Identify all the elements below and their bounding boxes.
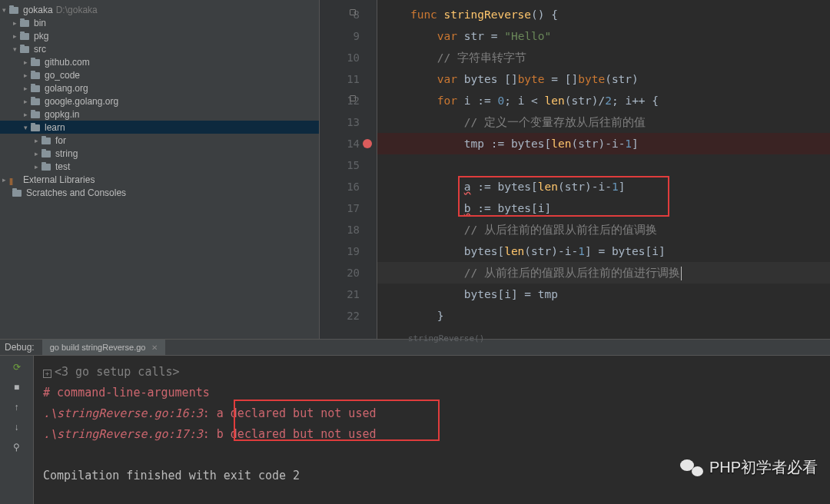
chevron-icon[interactable]: ▸	[22, 111, 29, 118]
chevron-icon[interactable]: ▸	[11, 32, 18, 40]
code-line-21[interactable]: bytes[i] = tmp	[377, 284, 830, 305]
external-libraries[interactable]: ▸ External Libraries	[0, 173, 319, 186]
rerun-icon[interactable]: ⟳	[10, 360, 24, 374]
console-line[interactable]: # command-line-arguments	[43, 383, 821, 403]
debug-tab[interactable]: go build stringReverse.go ✕	[42, 340, 166, 355]
folder-icon	[31, 58, 42, 67]
debug-tab-label: go build stringReverse.go	[50, 343, 146, 352]
expand-icon[interactable]: +	[43, 370, 51, 378]
console-line[interactable]: .\stringReverse.go:17:3: b declared but …	[43, 424, 821, 445]
watermark-text: PHP初学者必看	[709, 457, 818, 478]
code-line-11[interactable]: var bytes []byte = []byte(str)	[377, 68, 830, 90]
code-line-13[interactable]: // 定义一个变量存放从后往前的值	[377, 111, 830, 133]
gutter[interactable]: 8910111213141516171819202122	[320, 0, 377, 339]
code-editor[interactable]: 8910111213141516171819202122 func string…	[320, 0, 830, 339]
folder-icon	[9, 5, 20, 15]
code-line-9[interactable]: var str = "Hello"	[377, 25, 830, 47]
tree-item-bin[interactable]: ▸bin	[0, 16, 319, 29]
tree-item-google-golang-org[interactable]: ▸google.golang.org	[0, 94, 319, 108]
library-icon	[9, 175, 20, 184]
chevron-icon[interactable]: ▾	[11, 45, 18, 53]
down-icon[interactable]: ↓	[10, 420, 24, 434]
folder-icon	[20, 18, 31, 28]
code-line-8[interactable]: func stringReverse() {	[377, 4, 830, 25]
tree-root[interactable]: ▾ gokaka D:\gokaka	[0, 3, 319, 16]
chevron-down-icon[interactable]: ▾	[0, 6, 8, 14]
tree-item-test[interactable]: ▸test	[0, 160, 319, 173]
wechat-icon	[680, 458, 703, 478]
tree-item-pkg[interactable]: ▸pkg	[0, 29, 319, 42]
debug-toolbar: ⟳ ■ ↑ ↓ ⚲	[0, 356, 34, 504]
tree-item-for[interactable]: ▸for	[0, 134, 319, 147]
console-line[interactable]: +<3 go setup calls>	[43, 362, 821, 383]
folder-icon	[31, 84, 42, 93]
code-line-12[interactable]: for i := 0; i < len(str)/2; i++ {	[377, 90, 830, 111]
project-name: gokaka	[23, 5, 53, 15]
stop-icon[interactable]: ■	[10, 380, 24, 394]
chevron-icon[interactable]: ▸	[11, 19, 18, 27]
pin-icon[interactable]: ⚲	[10, 440, 24, 454]
tree-item-learn[interactable]: ▾learn	[0, 121, 319, 134]
folder-icon	[31, 97, 42, 106]
code-line-22[interactable]: }	[377, 305, 830, 327]
code-line-15[interactable]	[377, 154, 830, 176]
code-line-20[interactable]: // 从前往后的值跟从后往前的值进行调换	[377, 262, 830, 284]
tree-item-string[interactable]: ▸string	[0, 147, 319, 160]
tree-item-go_code[interactable]: ▸go_code	[0, 68, 319, 81]
code-line-14[interactable]: tmp := bytes[len(str)-i-1]	[377, 133, 830, 154]
folder-icon	[12, 188, 23, 197]
chevron-icon[interactable]: ▸	[22, 98, 29, 105]
code-line-19[interactable]: bytes[len(str)-i-1] = bytes[i]	[377, 240, 830, 262]
tree-item-github-com[interactable]: ▸github.com	[0, 55, 319, 68]
folder-icon	[42, 149, 52, 158]
folder-icon	[42, 162, 52, 171]
chevron-icon[interactable]: ▸	[22, 85, 29, 92]
folder-icon	[42, 136, 52, 145]
debug-console[interactable]: +<3 go setup calls># command-line-argume…	[34, 356, 830, 504]
code-line-18[interactable]: // 从后往前的值跟从前往后的值调换	[377, 219, 830, 240]
folder-icon	[31, 71, 42, 80]
code-line-10[interactable]: // 字符串转字节	[377, 47, 830, 68]
debug-label: Debug:	[5, 342, 35, 353]
chevron-icon[interactable]: ▸	[32, 163, 40, 171]
chevron-icon[interactable]: ▸	[32, 137, 40, 144]
code-line-16[interactable]: a := bytes[len(str)-i-1]	[377, 176, 830, 197]
fold-icon[interactable]	[349, 94, 357, 102]
close-icon[interactable]: ✕	[151, 343, 158, 352]
watermark: PHP初学者必看	[680, 457, 818, 478]
fold-icon[interactable]	[349, 8, 357, 16]
inlay-hint: stringReverse()	[377, 328, 830, 350]
tree-root-container: ▾ gokaka D:\gokaka ▸bin▸pkg▾src▸github.c…	[0, 0, 319, 202]
console-line[interactable]: .\stringReverse.go:16:3: a declared but …	[43, 403, 821, 424]
project-path: D:\gokaka	[56, 5, 98, 15]
folder-icon	[31, 123, 42, 132]
breakpoint-icon[interactable]	[363, 139, 372, 148]
tree-item-golang-org[interactable]: ▸golang.org	[0, 81, 319, 94]
chevron-icon[interactable]: ▸	[32, 150, 40, 158]
code-line-17[interactable]: b := bytes[i]	[377, 197, 830, 219]
code-area[interactable]: func stringReverse() { var str = "Hello"…	[377, 0, 830, 339]
chevron-icon[interactable]: ▸	[22, 58, 29, 66]
tree-item-src[interactable]: ▾src	[0, 42, 319, 55]
chevron-right-icon[interactable]: ▸	[0, 176, 8, 184]
tree-item-gopkg-in[interactable]: ▸gopkg.in	[0, 108, 319, 121]
project-tree[interactable]: ▾ gokaka D:\gokaka ▸bin▸pkg▾src▸github.c…	[0, 0, 320, 339]
chevron-icon[interactable]: ▸	[22, 71, 29, 79]
scratches-consoles[interactable]: Scratches and Consoles	[0, 186, 319, 199]
folder-icon	[20, 45, 31, 54]
up-icon[interactable]: ↑	[10, 400, 24, 414]
folder-icon	[31, 110, 42, 119]
folder-icon	[20, 32, 31, 41]
chevron-icon[interactable]: ▾	[22, 124, 29, 131]
